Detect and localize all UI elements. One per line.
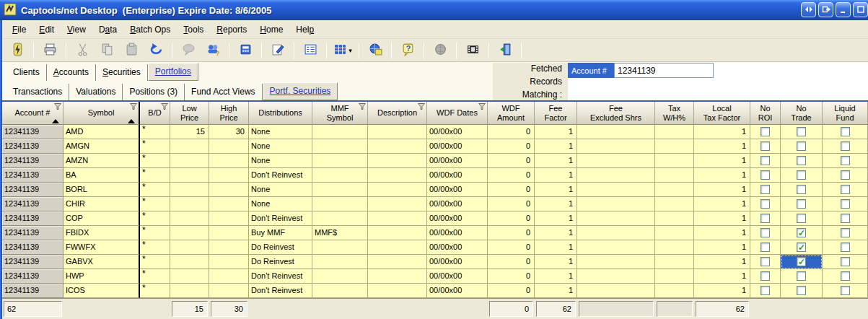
- cell-no-trade[interactable]: [781, 255, 823, 269]
- cell-symbol[interactable]: CHIR: [63, 197, 140, 211]
- cell-no-roi[interactable]: [750, 183, 781, 197]
- cell-wdf-dates[interactable]: 00/00x00: [427, 255, 488, 269]
- filter-icon[interactable]: [478, 102, 486, 112]
- cell-fee-excluded[interactable]: [577, 255, 655, 269]
- cell-desc[interactable]: [368, 168, 427, 183]
- no-trade-checkbox[interactable]: [797, 141, 806, 151]
- cell-symbol[interactable]: AMGN: [63, 139, 140, 154]
- cell-liquid-fund[interactable]: [823, 269, 868, 284]
- cell-no-roi[interactable]: [750, 211, 781, 226]
- exit-button[interactable]: [496, 41, 514, 60]
- cell-low[interactable]: [170, 240, 209, 255]
- cell-desc[interactable]: [368, 284, 427, 298]
- liquid-fund-checkbox[interactable]: [841, 228, 850, 237]
- column-header-high[interactable]: HighPrice: [209, 102, 249, 125]
- cell-high[interactable]: [209, 183, 249, 197]
- cell-low[interactable]: [170, 211, 209, 226]
- liquid-fund-checkbox[interactable]: [841, 185, 850, 194]
- cell-wdf-dates[interactable]: 00/00x00: [427, 269, 488, 284]
- cell-dist[interactable]: None: [249, 139, 312, 154]
- cell-wdf-dates[interactable]: 00/00x00: [427, 226, 488, 240]
- no-roi-checkbox[interactable]: [760, 286, 770, 295]
- cell-fee-excluded[interactable]: [577, 211, 655, 226]
- cell-desc[interactable]: [368, 211, 427, 226]
- liquid-fund-checkbox[interactable]: [841, 214, 850, 223]
- no-trade-checkbox[interactable]: [797, 127, 806, 136]
- cell-liquid-fund[interactable]: [823, 226, 868, 240]
- liquid-fund-checkbox[interactable]: [841, 286, 850, 295]
- cell-high[interactable]: [209, 255, 249, 269]
- cell-wdf-dates[interactable]: 00/00x00: [427, 125, 488, 139]
- cell-tax-wh[interactable]: [655, 125, 694, 139]
- cell-dist[interactable]: Do Reinvest: [249, 240, 312, 255]
- cell-wdf-amount[interactable]: 0: [488, 240, 535, 255]
- cell-symbol[interactable]: ICOS: [63, 284, 140, 298]
- no-roi-checkbox[interactable]: [760, 214, 770, 223]
- cell-desc[interactable]: [368, 139, 427, 154]
- cell-wdf-amount[interactable]: 0: [488, 125, 535, 139]
- cell-local-tax[interactable]: 1: [694, 211, 750, 226]
- cell-no-trade[interactable]: [781, 284, 823, 298]
- cell-fee-factor[interactable]: 1: [535, 226, 577, 240]
- no-trade-checkbox[interactable]: [797, 156, 806, 165]
- cell-mmf[interactable]: [312, 240, 368, 255]
- no-roi-checkbox[interactable]: [760, 170, 770, 180]
- cell-mmf[interactable]: [312, 269, 368, 284]
- no-trade-checkbox[interactable]: [797, 170, 806, 180]
- help-button[interactable]: ?: [398, 41, 417, 60]
- print-button[interactable]: [40, 41, 59, 60]
- cell-mmf[interactable]: [312, 168, 368, 183]
- cell-low[interactable]: [170, 154, 209, 168]
- menu-help[interactable]: Help: [290, 22, 320, 37]
- cell-wdf-dates[interactable]: 00/00x00: [427, 139, 488, 154]
- connect-database-button[interactable]: [8, 41, 27, 60]
- cell-dist[interactable]: Buy MMF: [249, 226, 312, 240]
- cell-no-trade[interactable]: [781, 125, 823, 139]
- cell-symbol[interactable]: FWWFX: [63, 240, 140, 255]
- cell-mmf[interactable]: [312, 211, 368, 226]
- cell-low[interactable]: [170, 269, 209, 284]
- tab-portf-securities[interactable]: Portf. Securities: [263, 82, 338, 100]
- cell-dist[interactable]: Don't Reinvest: [249, 168, 312, 183]
- no-roi-checkbox[interactable]: [760, 156, 770, 165]
- cell-symbol[interactable]: AMZN: [63, 154, 140, 168]
- cell-no-roi[interactable]: [750, 284, 781, 298]
- cell-bd[interactable]: *: [140, 284, 170, 298]
- cell-liquid-fund[interactable]: [823, 240, 868, 255]
- no-trade-checkbox[interactable]: [797, 228, 806, 237]
- cell-local-tax[interactable]: 1: [694, 183, 750, 197]
- cell-high[interactable]: [209, 269, 249, 284]
- column-header-fee-factor[interactable]: FeeFactor: [535, 102, 577, 125]
- cell-liquid-fund[interactable]: [823, 284, 868, 298]
- cell-liquid-fund[interactable]: [823, 211, 868, 226]
- cell-wdf-amount[interactable]: 0: [488, 284, 535, 298]
- cell-wdf-dates[interactable]: 00/00x00: [427, 154, 488, 168]
- cell-fee-factor[interactable]: 1: [535, 240, 577, 255]
- cell-bd[interactable]: *: [140, 240, 170, 255]
- cell-desc[interactable]: [368, 240, 427, 255]
- column-header-liquid-fund[interactable]: LiquidFund: [823, 102, 868, 125]
- liquid-fund-checkbox[interactable]: [841, 127, 850, 136]
- cell-dist[interactable]: None: [249, 154, 312, 168]
- cell-tax-wh[interactable]: [655, 154, 694, 168]
- cell-fee-factor[interactable]: 1: [535, 168, 577, 183]
- menu-reports[interactable]: Reports: [211, 22, 253, 37]
- cell-dist[interactable]: Don't Reinvest: [249, 269, 312, 284]
- cell-wdf-dates[interactable]: 00/00x00: [427, 197, 488, 211]
- cell-no-trade[interactable]: [781, 168, 823, 183]
- cell-wdf-dates[interactable]: 00/00x00: [427, 211, 488, 226]
- cell-no-roi[interactable]: [750, 197, 781, 211]
- cell-fee-excluded[interactable]: [577, 240, 655, 255]
- liquid-fund-checkbox[interactable]: [841, 156, 850, 165]
- cell-tax-wh[interactable]: [655, 240, 694, 255]
- tab-securities[interactable]: Securities: [96, 64, 148, 81]
- cell-no-roi[interactable]: [750, 154, 781, 168]
- no-roi-checkbox[interactable]: [760, 271, 770, 281]
- cell-no-roi[interactable]: [750, 139, 781, 154]
- cell-fee-factor[interactable]: 1: [535, 183, 577, 197]
- cell-desc[interactable]: [368, 226, 427, 240]
- cell-bd[interactable]: *: [140, 168, 170, 183]
- web-publish-button[interactable]: [366, 41, 385, 60]
- cell-no-trade[interactable]: [781, 211, 823, 226]
- cell-bd[interactable]: *: [140, 154, 170, 168]
